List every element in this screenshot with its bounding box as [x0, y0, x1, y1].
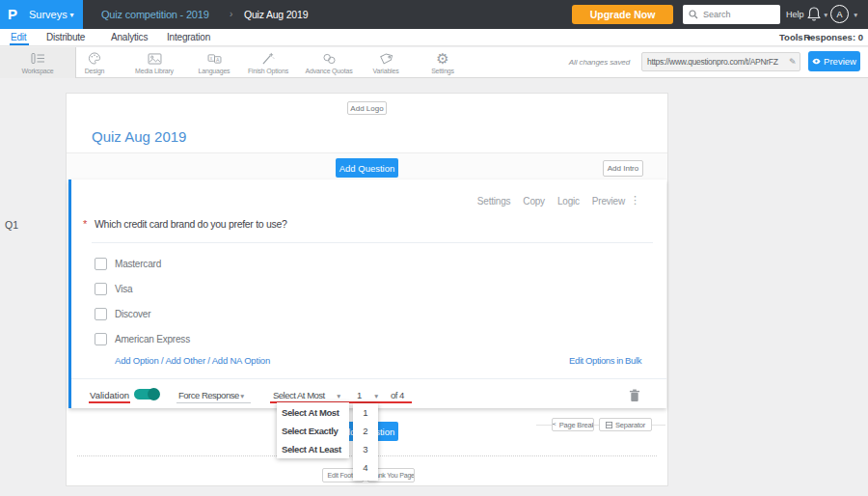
- option-label[interactable]: Discover: [115, 309, 150, 319]
- option-label[interactable]: Visa: [115, 284, 132, 294]
- toolbar-item-design[interactable]: Design: [61, 47, 128, 78]
- menu-item-select-exactly[interactable]: Select Exactly: [277, 422, 349, 440]
- tab-distribute[interactable]: Distribute: [46, 29, 85, 46]
- annotation-underline-red: [89, 401, 130, 403]
- product-menu-label: Surveys: [29, 0, 68, 29]
- active-tab-underline: [10, 43, 29, 45]
- option-checkbox[interactable]: [95, 333, 107, 345]
- magic-wand-icon: [261, 51, 275, 66]
- dropdown-underline: [176, 402, 251, 403]
- breadcrumb-current[interactable]: Quiz Aug 2019: [244, 0, 308, 29]
- question-number: Q1: [5, 219, 18, 231]
- option-label[interactable]: American Express: [115, 334, 190, 344]
- option-checkbox[interactable]: [95, 308, 107, 320]
- option-checkbox[interactable]: [95, 258, 107, 270]
- avatar-caret-icon[interactable]: ▼: [853, 1, 858, 30]
- rule-dropdown-menu: Select At Most Select Exactly Select At …: [277, 402, 349, 458]
- separator-button[interactable]: Separator: [599, 418, 652, 431]
- question-settings-link[interactable]: Settings: [477, 196, 511, 207]
- search-icon: [689, 10, 698, 19]
- svg-text:A: A: [216, 57, 220, 63]
- toolbar-item-settings[interactable]: ⚙ Settings: [409, 47, 476, 78]
- question-menu: Settings Copy Logic Preview: [477, 196, 625, 207]
- option-links: Add Option / Add Other / Add NA Option: [115, 355, 270, 366]
- of-total-label: of 4: [391, 390, 404, 400]
- notifications-bell-icon[interactable]: [807, 7, 821, 22]
- toolbar-item-media-library[interactable]: Media Library: [121, 47, 188, 78]
- divider: [92, 242, 653, 243]
- question-copy-link[interactable]: Copy: [523, 196, 545, 207]
- questionpro-logo: P: [8, 0, 17, 29]
- help-link[interactable]: Help: [786, 0, 804, 29]
- required-marker: *: [83, 218, 87, 230]
- add-logo-button[interactable]: Add Logo: [347, 101, 387, 115]
- add-intro-button[interactable]: Add Intro: [603, 160, 643, 177]
- menu-item-select-at-most[interactable]: Select At Most: [277, 403, 349, 422]
- toolbar-item-finish-options[interactable]: Finish Options: [234, 47, 302, 78]
- main-nav: Edit Distribute Analytics Integration To…: [0, 29, 868, 46]
- delete-question-icon[interactable]: [629, 389, 640, 402]
- scissors-icon: ✂: [552, 421, 556, 428]
- survey-url-field[interactable]: https://www.questionpro.com/t/APNrFZ: [641, 52, 800, 71]
- force-response-dropdown[interactable]: Force Response: [178, 390, 239, 400]
- validation-toggle[interactable]: [134, 389, 159, 400]
- avatar[interactable]: A: [830, 5, 849, 23]
- preview-button[interactable]: Preview: [808, 51, 860, 71]
- chevron-down-icon: ▼: [68, 1, 75, 30]
- more-options-icon[interactable]: ⋮: [630, 194, 640, 207]
- menu-item-count[interactable]: 4: [353, 458, 378, 477]
- survey-title[interactable]: Quiz Aug 2019: [92, 128, 186, 145]
- gear-icon: ⚙: [436, 51, 448, 66]
- svg-text:x: x: [209, 56, 212, 61]
- tab-analytics[interactable]: Analytics: [111, 29, 148, 46]
- brand-menu[interactable]: P Surveys ▼: [0, 0, 83, 29]
- autosave-status: All changes saved: [569, 47, 630, 78]
- rule-dropdown[interactable]: Select At Most: [273, 390, 325, 400]
- option-label[interactable]: Mastercard: [115, 259, 161, 269]
- page-break-button[interactable]: ✂Page Break: [552, 418, 594, 431]
- tag-icon: [379, 51, 393, 66]
- menu-item-count[interactable]: 2: [353, 422, 378, 440]
- search-placeholder: Search: [703, 10, 731, 19]
- menu-item-count[interactable]: 3: [353, 440, 378, 458]
- upgrade-now-button[interactable]: Upgrade Now: [572, 5, 673, 24]
- top-bar: P Surveys ▼ Quiz competition - 2019 › Qu…: [0, 0, 868, 29]
- menu-item-count[interactable]: 1: [353, 403, 378, 422]
- question-text[interactable]: Which credit card brand do you prefer to…: [95, 218, 287, 230]
- add-question-button[interactable]: Add Question: [336, 158, 398, 178]
- question-block: Settings Copy Logic Preview ⋮ * Which cr…: [68, 179, 666, 408]
- chevron-down-icon: ▼: [336, 391, 341, 401]
- separator-icon: [606, 422, 612, 428]
- bell-caret-icon[interactable]: ▼: [823, 1, 828, 30]
- validation-label: Validation: [90, 390, 129, 400]
- breadcrumb-separator: ›: [230, 0, 232, 29]
- option-checkbox[interactable]: [95, 283, 107, 295]
- toggle-knob: [148, 388, 160, 400]
- count-dropdown-menu: 1 2 3 4: [353, 403, 378, 481]
- responses-count[interactable]: Responses: 0: [803, 29, 863, 46]
- chevron-down-icon: ▼: [373, 391, 379, 401]
- question-preview-link[interactable]: Preview: [592, 196, 625, 207]
- media-image-icon: [148, 51, 162, 66]
- count-dropdown[interactable]: 1: [357, 390, 362, 400]
- tab-integration[interactable]: Integration: [167, 29, 210, 46]
- search-input[interactable]: Search: [683, 5, 780, 24]
- quotas-icon: [322, 51, 337, 66]
- chevron-down-icon: ▼: [239, 391, 245, 401]
- workspace-icon: [31, 51, 45, 66]
- languages-icon: xA: [207, 51, 222, 66]
- add-na-option-link[interactable]: Add NA Option: [212, 355, 270, 366]
- menu-item-select-at-least[interactable]: Select At Least: [277, 440, 349, 458]
- design-palette-icon: [88, 51, 101, 66]
- divider: [71, 378, 666, 379]
- add-other-link[interactable]: Add Other: [165, 355, 205, 366]
- edit-options-in-bulk-link[interactable]: Edit Options in Bulk: [569, 355, 641, 366]
- eye-icon: [812, 58, 821, 65]
- edit-url-pencil-icon[interactable]: ✎: [789, 52, 797, 71]
- question-logic-link[interactable]: Logic: [557, 196, 580, 207]
- breadcrumb-parent[interactable]: Quiz competition - 2019: [101, 0, 209, 29]
- add-option-link[interactable]: Add Option: [115, 355, 159, 366]
